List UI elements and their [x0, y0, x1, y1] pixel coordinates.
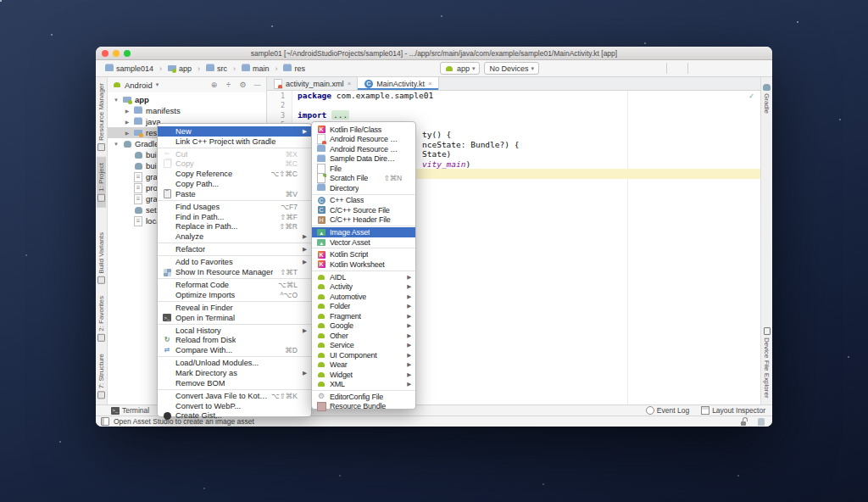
menu-item[interactable]: Remove BOM ▶ — [158, 378, 311, 388]
menu-item[interactable]: Load/Unload Modules... ▶ — [158, 358, 311, 368]
menu-item[interactable]: Automotive ▶ — [312, 292, 415, 302]
menu-item[interactable]: C/C++ Source File ▶ — [312, 205, 415, 215]
tool-window-button[interactable]: 7: Structure — [97, 348, 106, 404]
breadcrumb-item[interactable]: app — [165, 64, 202, 73]
menu-item[interactable]: Android Resource File ▶ — [312, 135, 415, 145]
menu-item[interactable]: Copy ⌘C ▶ — [158, 159, 311, 170]
menu-item[interactable]: Create Gist... ▶ — [158, 410, 311, 421]
tool-window-button[interactable]: Terminal — [111, 406, 149, 415]
editor-tab[interactable]: activity_main.xml — [267, 77, 358, 90]
menu-item[interactable]: Image Asset ▶ — [312, 227, 415, 237]
menu-item[interactable]: Other ▶ — [312, 331, 415, 341]
toolbar-icon[interactable] — [574, 63, 586, 75]
menu-item[interactable]: Scratch File ⇧⌘N ▶ — [312, 174, 415, 184]
breadcrumb-item[interactable]: res — [281, 64, 308, 73]
menu-item[interactable]: Refactor ▶ — [158, 244, 311, 254]
menu-item[interactable]: Paste ⌘V ▶ — [158, 189, 311, 199]
project-view-select[interactable]: Android — [125, 81, 153, 90]
menu-item[interactable]: C/C++ Header File ▶ — [312, 215, 415, 226]
menu-item[interactable]: Vector Asset ▶ — [312, 237, 415, 248]
toolbar-icon[interactable] — [708, 63, 720, 75]
tool-window-button[interactable]: Event Log — [646, 406, 689, 415]
menu-item[interactable]: Fragment ▶ — [312, 311, 415, 321]
locate-file-icon[interactable] — [209, 81, 219, 90]
toolbar-icon[interactable] — [543, 63, 555, 75]
run-configuration-select[interactable]: app — [440, 62, 481, 75]
menu-item[interactable]: Local History ▶ — [158, 326, 311, 336]
title-bar[interactable]: sample01 [~/AndroidStudioProjects/sample… — [96, 47, 772, 60]
toolbar-icon[interactable] — [723, 63, 735, 75]
tool-window-button[interactable]: Device File Explorer — [762, 321, 771, 404]
menu-item[interactable]: Folder ▶ — [312, 301, 415, 311]
expand-arrow-icon[interactable]: ▼ — [113, 142, 120, 147]
menu-item[interactable]: Link C++ Project with Gradle ▶ — [158, 137, 311, 147]
menu-item[interactable]: Convert Java File to Kotlin File ⌥⇧⌘K ▶ — [158, 391, 311, 401]
expand-arrow-icon[interactable]: ▶ — [124, 119, 131, 125]
toolbar-icon[interactable] — [604, 63, 616, 75]
settings-gear-icon[interactable] — [238, 81, 248, 90]
toolbar-icon[interactable] — [738, 63, 750, 75]
expand-arrow-icon[interactable]: ▼ — [113, 98, 120, 103]
breadcrumb-item[interactable]: main — [239, 64, 280, 73]
menu-item[interactable]: Add to Favorites ▶ — [158, 257, 311, 267]
menu-item[interactable]: Copy Path... ▶ — [158, 179, 311, 189]
tool-window-button[interactable]: 2: Favorites — [97, 290, 106, 348]
expand-arrow-icon[interactable]: ▶ — [124, 130, 131, 136]
tool-window-button[interactable]: Resource Manager — [97, 77, 106, 157]
collapse-all-icon[interactable] — [224, 81, 233, 90]
toolbar-icon[interactable] — [589, 63, 601, 75]
menu-item[interactable]: C++ Class ▶ — [312, 196, 415, 206]
menu-item[interactable]: Copy Reference ⌥⇧⌘C ▶ — [158, 169, 311, 179]
menu-item[interactable]: Replace in Path... ⇧⌘R ▶ — [158, 222, 311, 232]
tool-window-button[interactable]: Build Variants — [97, 226, 106, 290]
menu-item[interactable]: AIDL ▶ — [312, 272, 415, 282]
toolbar-icon[interactable] — [693, 63, 704, 75]
menu-item[interactable]: Directory ▶ — [312, 183, 415, 193]
toolbar-icon[interactable] — [559, 63, 570, 75]
menu-item[interactable]: Sample Data Directory ▶ — [312, 154, 415, 165]
tree-row[interactable]: ▶ manifests — [108, 105, 266, 116]
menu-item[interactable]: Resource Bundle ▶ — [312, 401, 415, 411]
toolbar-icon[interactable] — [754, 63, 765, 75]
menu-item[interactable]: Cut ⌘X ▶ — [158, 149, 311, 159]
menu-item[interactable]: New ▶ — [158, 126, 311, 137]
menu-item[interactable]: File ▶ — [312, 164, 415, 174]
menu-item[interactable]: EditorConfig File ▶ — [312, 392, 415, 402]
breadcrumb-item[interactable]: src — [203, 64, 237, 73]
close-icon[interactable] — [428, 80, 432, 87]
menu-item[interactable]: UI Component ▶ — [312, 350, 415, 360]
tree-row[interactable]: ▼ app — [108, 94, 266, 105]
menu-item[interactable]: Reload from Disk ▶ — [158, 335, 311, 345]
menu-item[interactable]: Google ▶ — [312, 321, 415, 331]
menu-item[interactable]: Activity ▶ — [312, 282, 415, 292]
close-icon[interactable] — [348, 80, 352, 87]
menu-item[interactable]: Optimize Imports ^⌥O ▶ — [158, 290, 311, 300]
menu-item[interactable]: Reveal in Finder ▶ — [158, 303, 311, 313]
toolbar-icon[interactable] — [671, 63, 683, 75]
menu-item[interactable]: Kotlin File/Class ▶ — [312, 125, 415, 135]
tool-window-switcher-icon[interactable] — [100, 417, 109, 427]
menu-item[interactable]: Kotlin Script ▶ — [312, 250, 415, 260]
toolbar-icon[interactable] — [635, 63, 647, 75]
expand-arrow-icon[interactable]: ▶ — [124, 108, 131, 114]
menu-item[interactable]: Show In Resource Manager ⇧⌘T ▶ — [158, 267, 311, 277]
breadcrumb-item[interactable]: sample014 — [103, 64, 164, 73]
toolbar-icon[interactable] — [424, 63, 436, 75]
device-select[interactable]: No Devices — [484, 62, 539, 75]
menu-item[interactable]: Reformat Code ⌥⌘L ▶ — [158, 280, 311, 290]
menu-item[interactable]: Convert to WebP... ▶ — [158, 401, 311, 411]
read-only-lock-icon[interactable] — [738, 417, 748, 427]
menu-item[interactable]: Open in Terminal ▶ — [158, 313, 311, 323]
menu-item[interactable]: Android Resource Directory ▶ — [312, 144, 415, 154]
menu-item[interactable]: Widget ▶ — [312, 370, 415, 380]
menu-item[interactable]: Compare With... ⌘D ▶ — [158, 345, 311, 355]
toolbar-icon[interactable] — [620, 63, 632, 75]
menu-item[interactable]: Service ▶ — [312, 340, 415, 350]
menu-item[interactable]: XML ▶ — [312, 379, 415, 389]
menu-item[interactable]: Find in Path... ⇧⌘F ▶ — [158, 212, 311, 222]
tool-window-button[interactable]: Gradle — [762, 77, 771, 120]
menu-item[interactable]: Kotlin Worksheet ▶ — [312, 259, 415, 270]
menu-item[interactable]: Find Usages ⌥F7 ▶ — [158, 202, 311, 212]
inspections-level-icon[interactable] — [756, 417, 765, 427]
menu-item[interactable]: Mark Directory as ▶ — [158, 368, 311, 378]
